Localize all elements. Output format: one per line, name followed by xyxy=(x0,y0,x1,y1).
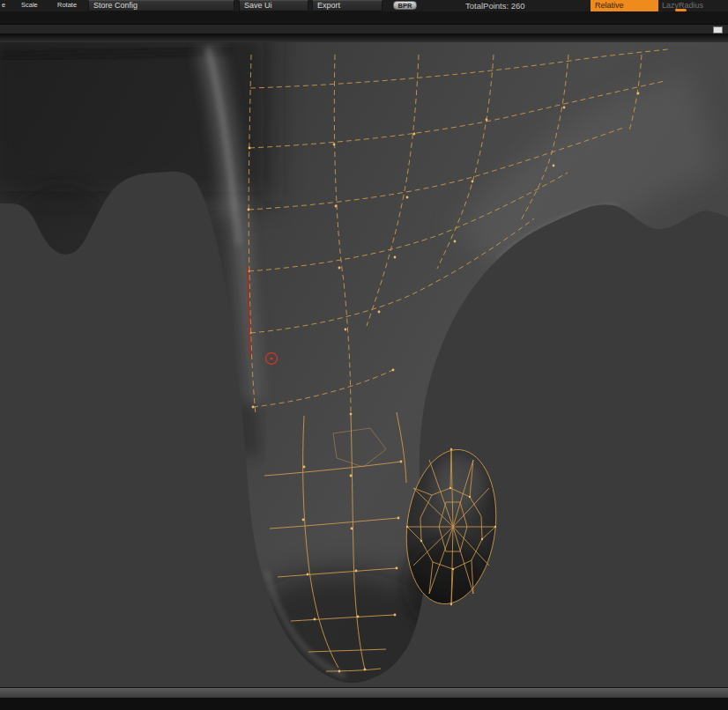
bottom-bar xyxy=(0,698,728,710)
rotate-button[interactable]: Rotate xyxy=(57,1,77,9)
top-toolbar: e Scale Rotate Store Config Save Ui Expo… xyxy=(0,0,728,11)
lazyradius-slider[interactable] xyxy=(675,9,687,11)
toolbar-spacer-row xyxy=(0,11,728,24)
move-button[interactable]: e xyxy=(2,1,5,9)
bottom-scrollbar[interactable] xyxy=(0,687,728,698)
application-window: e Scale Rotate Store Config Save Ui Expo… xyxy=(0,0,728,710)
scale-button[interactable]: Scale xyxy=(21,1,38,9)
total-points-label: TotalPoints: 260 xyxy=(465,1,525,11)
save-ui-button[interactable]: Save Ui xyxy=(239,0,308,11)
export-button[interactable]: Export xyxy=(312,0,383,11)
scroll-handle[interactable] xyxy=(713,26,723,33)
viewport-canvas[interactable] xyxy=(0,42,728,687)
relative-button[interactable]: Relative xyxy=(591,0,658,11)
canvas-scroll-strip xyxy=(0,24,728,34)
canvas-top-shadow xyxy=(0,34,728,42)
store-config-button[interactable]: Store Config xyxy=(88,0,234,11)
bpr-button[interactable]: BPR xyxy=(393,1,417,10)
